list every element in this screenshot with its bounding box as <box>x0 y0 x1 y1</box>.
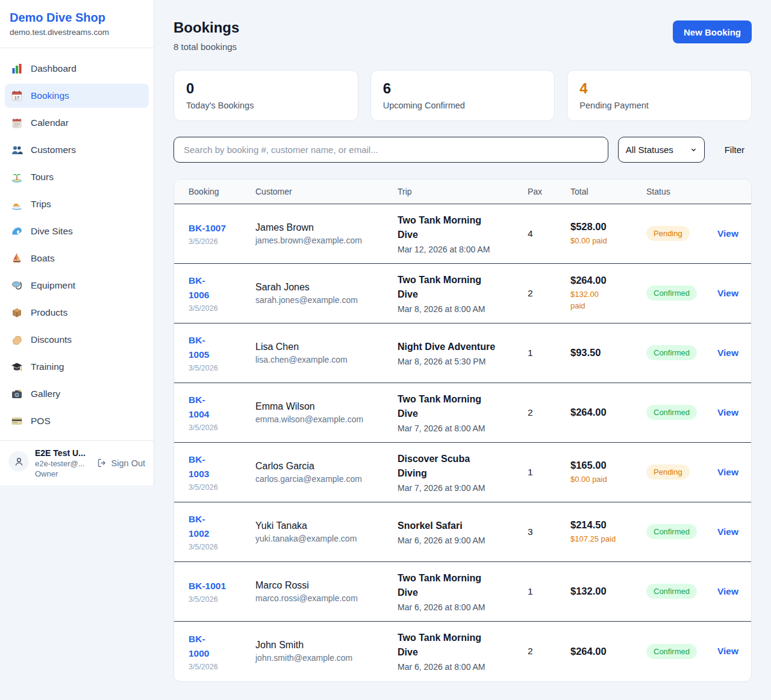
status-badge: Confirmed <box>646 524 697 539</box>
sidebar-item-trips[interactable]: Trips <box>5 192 149 216</box>
pax-count: 2 <box>528 646 570 657</box>
sidebar-item-discounts[interactable]: Discounts <box>5 328 149 352</box>
status-badge: Pending <box>646 226 690 241</box>
total-cell: $264.00 <box>570 407 646 418</box>
trip-cell: Two Tank Morning Dive Mar 12, 2026 at 8:… <box>398 213 528 254</box>
main-content: Bookings 8 total bookings New Booking 0T… <box>154 0 771 700</box>
status-cell: Confirmed <box>646 644 717 659</box>
table-row: BK- 1004 3/5/2026 Emma Wilson emma.wilso… <box>174 383 751 443</box>
stat-value: 4 <box>579 81 739 96</box>
customer-cell: Carlos Garcia carlos.garcia@example.com <box>255 461 398 484</box>
sidebar-item-label: Dashboard <box>31 63 76 74</box>
table-body: BK-1007 3/5/2026 James Brown james.brown… <box>174 204 751 681</box>
sidebar-item-tours[interactable]: Tours <box>5 165 149 189</box>
chevron-down-icon <box>690 146 697 153</box>
customer-email: james.brown@example.com <box>255 236 398 245</box>
sidebar-item-label: POS <box>31 416 51 427</box>
filter-button[interactable]: Filter <box>725 145 744 155</box>
search-input[interactable] <box>173 137 608 163</box>
discounts-tag-icon <box>11 334 23 346</box>
customer-name: Marco Rossi <box>255 580 398 591</box>
new-booking-button[interactable]: New Booking <box>673 20 752 43</box>
filter-row: All Statuses Filter <box>173 137 752 163</box>
paid-amount: $0.00 paid <box>570 473 646 486</box>
bookings-calendar-icon: 17 <box>11 90 23 102</box>
booking-cell: BK-1007 3/5/2026 <box>189 221 255 246</box>
view-link[interactable]: View <box>717 228 738 239</box>
sidebar-item-boats[interactable]: Boats <box>5 246 149 270</box>
total-amount: $264.00 <box>570 275 646 286</box>
pax-count: 2 <box>528 288 570 299</box>
status-badge: Pending <box>646 464 690 480</box>
customer-email: sarah.jones@example.com <box>255 295 398 305</box>
sidebar-item-label: Products <box>31 307 67 318</box>
view-link[interactable]: View <box>717 288 738 298</box>
sidebar-item-gallery[interactable]: Gallery <box>5 382 149 406</box>
sidebar-item-pos[interactable]: POS <box>5 409 149 433</box>
customer-email: emma.wilson@example.com <box>255 414 398 424</box>
booking-link[interactable]: BK- 1004 <box>189 393 209 422</box>
trip-name: Two Tank Morning Dive <box>398 631 528 660</box>
view-link[interactable]: View <box>717 527 738 537</box>
booking-link[interactable]: BK- 1000 <box>189 632 209 661</box>
customer-email: carlos.garcia@example.com <box>255 474 398 484</box>
action-cell: View <box>717 228 738 239</box>
sidebar-item-label: Trips <box>31 199 51 210</box>
sidebar-item-customers[interactable]: Customers <box>5 138 149 162</box>
table-row: BK- 1000 3/5/2026 John Smith john.smith@… <box>174 622 751 681</box>
view-link[interactable]: View <box>717 407 738 417</box>
sign-out-button[interactable]: Sign Out <box>97 458 145 468</box>
status-badge: Confirmed <box>646 405 697 420</box>
customer-name: Emma Wilson <box>255 401 398 412</box>
pax-count: 2 <box>528 407 570 418</box>
booking-link[interactable]: BK- 1006 <box>189 273 209 302</box>
customer-email: john.smith@example.com <box>255 653 398 663</box>
sidebar-item-dive-sites[interactable]: Dive Sites <box>5 219 149 243</box>
sidebar-item-label: Training <box>31 361 64 372</box>
boats-sailboat-icon <box>11 252 23 264</box>
trip-name: Two Tank Morning Dive <box>398 273 528 302</box>
customer-name: Yuki Tanaka <box>255 520 398 531</box>
total-cell: $132.00 <box>570 586 646 597</box>
pax-count: 3 <box>528 527 570 537</box>
sidebar-item-bookings[interactable]: 17Bookings <box>5 84 149 108</box>
action-cell: View <box>717 586 738 597</box>
booking-link[interactable]: BK- 1005 <box>189 333 209 362</box>
booking-link[interactable]: BK- 1003 <box>189 452 209 481</box>
status-filter-select[interactable]: All Statuses <box>618 137 705 163</box>
stat-card: 4Pending Payment <box>567 70 752 121</box>
sidebar-item-products[interactable]: Products <box>5 301 149 325</box>
sidebar-item-label: Dive Sites <box>31 226 73 237</box>
trip-cell: Two Tank Morning Dive Mar 7, 2026 at 8:0… <box>398 392 528 433</box>
sign-out-icon <box>97 458 107 468</box>
view-link[interactable]: View <box>717 348 738 358</box>
stat-label: Upcoming Confirmed <box>383 101 543 110</box>
status-badge: Confirmed <box>646 345 697 360</box>
user-email: e2e-tester@... <box>35 459 88 468</box>
booking-cell: BK- 1004 3/5/2026 <box>189 393 255 432</box>
customer-email: lisa.chen@example.com <box>255 355 398 364</box>
booking-link[interactable]: BK-1001 <box>189 579 226 593</box>
booking-date: 3/5/2026 <box>189 595 255 604</box>
trip-datetime: Mar 7, 2026 at 8:00 AM <box>398 423 528 433</box>
table-row: BK- 1005 3/5/2026 Lisa Chen lisa.chen@ex… <box>174 323 751 383</box>
trip-cell: Snorkel Safari Mar 6, 2026 at 9:00 AM <box>398 519 528 545</box>
customer-cell: Yuki Tanaka yuki.tanaka@example.com <box>255 520 398 543</box>
table-row: BK-1001 3/5/2026 Marco Rossi marco.rossi… <box>174 562 751 622</box>
view-link[interactable]: View <box>717 646 738 656</box>
booking-link[interactable]: BK-1007 <box>189 221 226 236</box>
view-link[interactable]: View <box>717 467 738 477</box>
sidebar-item-label: Tours <box>31 172 54 183</box>
sidebar-item-calendar[interactable]: Calendar <box>5 111 149 135</box>
sidebar-item-dashboard[interactable]: Dashboard <box>5 57 149 81</box>
sidebar-item-training[interactable]: Training <box>5 355 149 379</box>
view-link[interactable]: View <box>717 586 738 596</box>
stats-row: 0Today's Bookings6Upcoming Confirmed4Pen… <box>173 70 752 121</box>
sidebar-item-equipment[interactable]: Equipment <box>5 273 149 298</box>
booking-link[interactable]: BK- 1002 <box>189 512 209 541</box>
column-header: Booking <box>189 187 255 196</box>
customers-icon <box>11 144 23 156</box>
stat-card: 0Today's Bookings <box>173 70 358 121</box>
sidebar-item-label: Calendar <box>31 117 69 128</box>
booking-date: 3/5/2026 <box>189 304 255 313</box>
